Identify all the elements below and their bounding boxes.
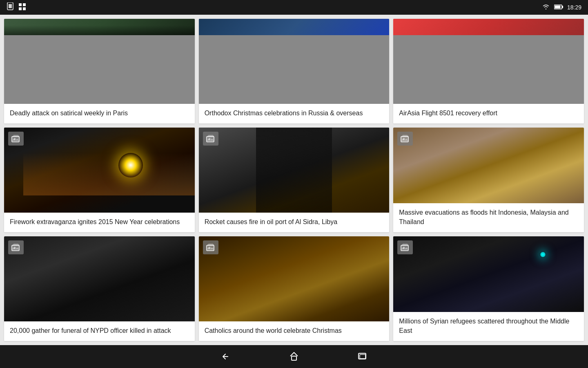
svg-rect-18 [402,136,408,137]
card-text-church: Catholics around the world celebrate Chr… [199,321,390,341]
svg-rect-15 [208,135,213,136]
card-image-nypd [4,236,195,321]
photo-icon-church [203,240,218,254]
nav-bar [0,345,588,368]
svg-rect-30 [402,245,408,245]
news-card-floods[interactable]: Massive evacuations as floods hit Indone… [393,128,584,232]
card-title-floods: Massive evacuations as floods hit Indone… [399,208,578,227]
svg-rect-5 [23,7,26,10]
card-image-firework [4,128,195,213]
card-title-church: Catholics around the world celebrate Chr… [205,326,384,335]
svg-rect-8 [562,6,563,8]
svg-rect-3 [23,3,26,6]
news-card-airasia[interactable]: AirAsia Flight 8501 recovery effort [393,19,584,123]
photo-stack-icon-2 [206,135,215,143]
home-icon [288,351,300,362]
svg-rect-35 [360,355,365,359]
svg-rect-26 [207,245,214,245]
recent-button[interactable] [353,348,372,365]
sim-icon [7,2,14,12]
card-image-floods [393,128,584,203]
news-grid: Deadly attack on satirical weekly in Par… [0,15,588,345]
news-card-paris[interactable]: Deadly attack on satirical weekly in Par… [4,19,195,123]
card-text-floods: Massive evacuations as floods hit Indone… [393,203,584,232]
card-title-orthodox: Orthodox Christmas celebrations in Russi… [205,109,384,118]
grid-icon [19,3,26,12]
photo-stack-icon-5 [206,243,215,251]
photo-stack-icon [11,135,20,143]
status-bar-left [7,2,26,12]
card-text-refugees: Millions of Syrian refugees scattered th… [393,312,584,341]
home-button[interactable] [284,348,304,365]
photo-icon-refugees [397,240,413,254]
photo-icon-firework [8,132,24,146]
card-image-paris [4,19,195,104]
photo-icon-nypd [8,240,24,254]
news-card-church[interactable]: Catholics around the world celebrate Chr… [199,236,390,341]
photo-icon-libya [203,132,218,146]
svg-rect-23 [13,244,18,245]
card-title-refugees: Millions of Syrian refugees scattered th… [399,317,578,335]
card-image-church [199,236,390,321]
card-title-nypd: 20,000 gather for funeral of NYPD office… [10,326,189,335]
card-text-airasia: AirAsia Flight 8501 recovery effort [393,104,584,123]
svg-rect-2 [19,3,22,6]
card-image-orthodox [199,19,390,104]
photo-stack-icon-4 [11,243,20,251]
news-card-refugees[interactable]: Millions of Syrian refugees scattered th… [393,236,584,341]
svg-rect-27 [208,244,213,245]
back-button[interactable] [216,348,235,365]
recent-icon [357,352,368,361]
svg-rect-19 [403,135,408,136]
svg-rect-4 [19,7,22,10]
card-image-airasia [393,19,584,104]
svg-rect-7 [555,5,560,8]
card-text-libya: Rocket causes fire in oil port of Al Sid… [199,213,390,232]
card-title-libya: Rocket causes fire in oil port of Al Sid… [205,218,384,227]
card-text-nypd: 20,000 gather for funeral of NYPD office… [4,321,195,341]
card-text-paris: Deadly attack on satirical weekly in Par… [4,104,195,123]
news-card-nypd[interactable]: 20,000 gather for funeral of NYPD office… [4,236,195,341]
photo-stack-icon-3 [401,135,410,143]
card-image-refugees [393,236,584,312]
battery-icon [554,4,563,11]
svg-rect-33 [292,356,296,360]
news-card-firework[interactable]: Firework extravaganza ignites 2015 New Y… [4,128,195,232]
card-title-paris: Deadly attack on satirical weekly in Par… [10,109,189,118]
status-bar: 18:29 [0,0,588,15]
card-title-airasia: AirAsia Flight 8501 recovery effort [399,109,578,118]
card-title-firework: Firework extravaganza ignites 2015 New Y… [10,218,189,227]
photo-stack-icon-6 [401,243,410,251]
news-card-libya[interactable]: Rocket causes fire in oil port of Al Sid… [199,128,390,232]
status-bar-right: 18:29 [542,4,581,11]
back-icon [220,352,231,361]
time-display: 18:29 [567,4,581,11]
svg-rect-11 [13,135,18,136]
card-text-orthodox: Orthodox Christmas celebrations in Russi… [199,104,390,123]
card-text-firework: Firework extravaganza ignites 2015 New Y… [4,213,195,232]
svg-rect-14 [207,136,214,137]
wifi-icon [542,4,550,11]
card-image-libya [199,128,390,213]
photo-icon-floods [397,132,413,146]
news-card-orthodox[interactable]: Orthodox Christmas celebrations in Russi… [199,19,390,123]
svg-rect-31 [403,244,408,245]
svg-rect-10 [13,136,19,137]
svg-rect-1 [9,4,12,8]
svg-rect-22 [13,245,19,245]
